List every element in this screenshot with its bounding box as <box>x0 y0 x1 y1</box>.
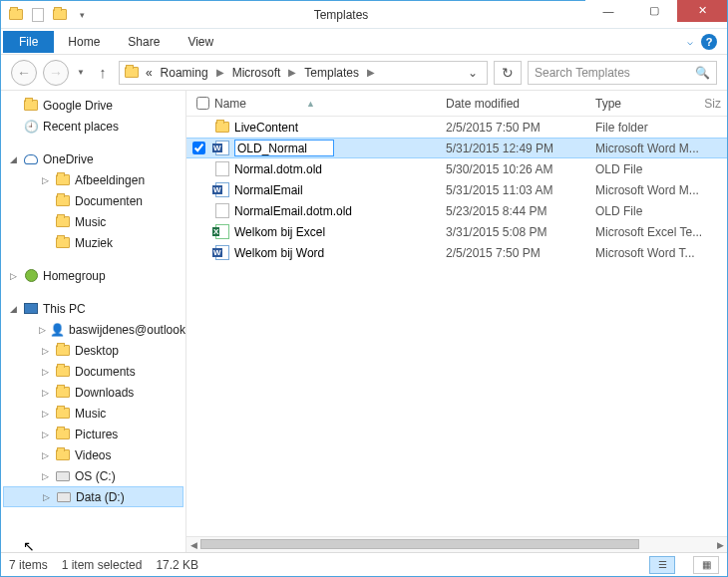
back-button[interactable]: ← <box>11 60 37 86</box>
file-row[interactable]: Welkom bij Word2/5/2015 7:50 PMMicrosoft… <box>186 242 727 263</box>
tree-google-drive[interactable]: Google Drive <box>3 95 183 116</box>
file-row[interactable]: Normal.dotm.old5/30/2015 10:26 AMOLD Fil… <box>186 158 727 179</box>
expand-icon[interactable]: ▷ <box>7 271 19 281</box>
select-all-checkbox[interactable] <box>196 97 209 110</box>
address-dropdown-icon[interactable]: ⌄ <box>463 66 483 80</box>
breadcrumb-prefix[interactable]: « <box>144 66 155 80</box>
file-name: Normal.dotm.old <box>234 162 322 176</box>
file-type: Microsoft Word T... <box>595 246 727 260</box>
quick-access-toolbar: ▾ <box>1 6 97 24</box>
chevron-right-icon[interactable]: ▶ <box>214 67 226 78</box>
excel-document-icon <box>214 224 230 240</box>
expand-icon[interactable]: ▷ <box>39 409 51 419</box>
tree-onedrive[interactable]: ◢OneDrive <box>3 148 183 169</box>
tree-documents[interactable]: ▷Documents <box>3 361 183 382</box>
tree-music[interactable]: Music <box>3 211 183 232</box>
tree-desktop[interactable]: ▷Desktop <box>3 340 183 361</box>
tree-pictures[interactable]: ▷Pictures <box>3 424 183 444</box>
search-input[interactable]: Search Templates 🔍 <box>528 61 717 85</box>
file-row[interactable]: LiveContent2/5/2015 7:50 PMFile folder <box>186 117 727 138</box>
file-icon <box>214 203 230 219</box>
tree-muziek[interactable]: Muziek <box>3 232 183 253</box>
window-title: Templates <box>97 8 585 22</box>
column-size[interactable]: Siz <box>693 97 727 111</box>
breadcrumb-microsoft[interactable]: Microsoft <box>230 66 283 80</box>
tree-this-pc[interactable]: ◢This PC <box>3 298 183 319</box>
file-name: Welkom bij Word <box>234 246 324 260</box>
address-bar[interactable]: « Roaming ▶ Microsoft ▶ Templates ▶ ⌄ <box>119 61 488 85</box>
word-document-icon <box>214 141 230 156</box>
tree-music-pc[interactable]: ▷Music <box>3 403 183 424</box>
word-document-icon <box>214 245 230 261</box>
expand-icon[interactable]: ▷ <box>39 388 51 398</box>
folder-up-icon[interactable] <box>7 6 25 24</box>
file-row[interactable]: NormalEmail.dotm.old5/23/2015 8:44 PMOLD… <box>186 200 727 221</box>
expand-icon[interactable]: ▷ <box>39 346 51 356</box>
column-type[interactable]: Type <box>595 97 693 111</box>
tab-view[interactable]: View <box>174 29 227 54</box>
column-date[interactable]: Date modified <box>446 97 595 111</box>
recent-locations-icon[interactable]: ▼ <box>75 68 87 77</box>
expand-icon[interactable]: ▷ <box>39 175 51 185</box>
breadcrumb-templates[interactable]: Templates <box>302 66 361 80</box>
onedrive-icon <box>24 154 38 164</box>
scroll-thumb[interactable] <box>200 539 639 549</box>
search-icon: 🔍 <box>695 66 710 80</box>
tab-home[interactable]: Home <box>54 29 114 54</box>
tab-share[interactable]: Share <box>114 29 174 54</box>
thumbnails-view-button[interactable]: ▦ <box>693 556 719 574</box>
collapse-icon[interactable]: ◢ <box>7 304 19 314</box>
search-placeholder: Search Templates <box>535 66 630 80</box>
up-button[interactable]: ↑ <box>93 63 113 83</box>
refresh-button[interactable]: ↻ <box>494 61 522 85</box>
collapse-icon[interactable]: ◢ <box>7 154 19 164</box>
file-date: 5/31/2015 12:49 PM <box>446 142 595 155</box>
file-date: 2/5/2015 7:50 PM <box>446 121 595 135</box>
rename-input[interactable] <box>234 140 334 156</box>
expand-icon[interactable]: ▷ <box>39 430 51 439</box>
file-row[interactable]: Welkom bij Excel3/31/2015 5:08 PMMicroso… <box>186 221 727 242</box>
expand-icon[interactable]: ▷ <box>39 450 51 460</box>
breadcrumb-roaming[interactable]: Roaming <box>159 66 210 80</box>
tree-account[interactable]: ▷👤baswijdenes@outlook <box>3 319 183 340</box>
tree-afbeeldingen[interactable]: ▷Afbeeldingen <box>3 169 183 190</box>
expand-icon[interactable]: ▷ <box>39 367 51 377</box>
expand-icon[interactable]: ▷ <box>39 325 46 335</box>
ribbon-expand-icon[interactable]: ⌵ <box>687 36 693 47</box>
tree-data-d[interactable]: ▷Data (D:) <box>3 486 183 507</box>
title-bar[interactable]: ▾ Templates — ▢ ✕ <box>1 1 727 29</box>
file-name: NormalEmail <box>234 183 303 197</box>
tree-videos[interactable]: ▷Videos <box>3 444 183 465</box>
properties-icon[interactable] <box>29 6 47 24</box>
horizontal-scrollbar[interactable]: ◀ ▶ <box>186 536 727 552</box>
chevron-right-icon[interactable]: ▶ <box>286 67 298 78</box>
expand-icon[interactable]: ▷ <box>40 492 52 502</box>
tree-documenten[interactable]: Documenten <box>3 190 183 211</box>
help-icon[interactable]: ? <box>701 34 717 50</box>
tree-recent-places[interactable]: 🕘Recent places <box>3 116 183 137</box>
tree-homegroup[interactable]: ▷Homegroup <box>3 265 183 286</box>
open-folder-icon[interactable] <box>51 6 69 24</box>
computer-icon <box>24 303 38 314</box>
mouse-cursor-icon: ↖ <box>23 538 35 552</box>
file-type: Microsoft Word M... <box>595 142 727 155</box>
forward-button[interactable]: → <box>43 60 69 86</box>
folder-icon <box>214 120 230 136</box>
file-row[interactable]: 5/31/2015 12:49 PMMicrosoft Word M... <box>186 138 727 158</box>
tree-os-c[interactable]: ▷OS (C:) <box>3 465 183 486</box>
expand-icon[interactable]: ▷ <box>39 471 51 481</box>
qat-chevron-icon[interactable]: ▾ <box>73 6 91 24</box>
chevron-right-icon[interactable]: ▶ <box>365 67 377 78</box>
file-tab[interactable]: File <box>3 31 54 53</box>
minimize-button[interactable]: — <box>585 0 631 22</box>
scroll-left-icon[interactable]: ◀ <box>186 537 200 552</box>
details-view-button[interactable]: ☰ <box>649 556 675 574</box>
scroll-right-icon[interactable]: ▶ <box>713 537 727 552</box>
navigation-tree[interactable]: Google Drive 🕘Recent places ◢OneDrive ▷A… <box>1 91 186 552</box>
maximize-button[interactable]: ▢ <box>631 0 677 22</box>
tree-downloads[interactable]: ▷Downloads <box>3 382 183 403</box>
row-checkbox[interactable] <box>192 142 205 154</box>
column-name[interactable]: Name▲ <box>214 97 446 111</box>
file-row[interactable]: NormalEmail5/31/2015 11:03 AMMicrosoft W… <box>186 179 727 200</box>
close-button[interactable]: ✕ <box>677 0 727 22</box>
